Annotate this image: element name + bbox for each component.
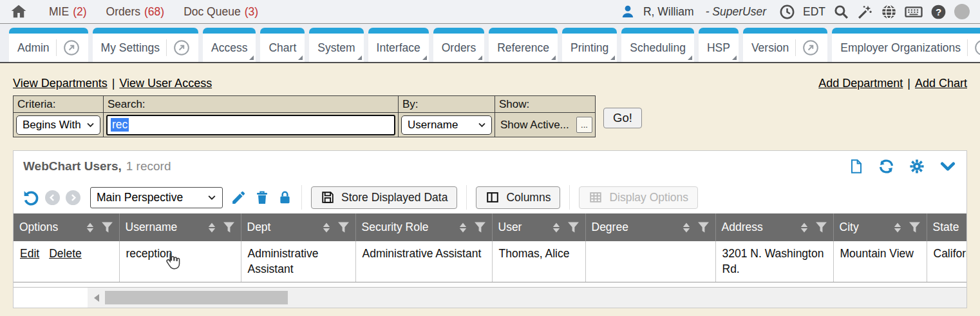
tab-system[interactable]: System xyxy=(309,28,363,62)
show-browse-button[interactable]: ... xyxy=(576,117,592,133)
webchart-users-panel: WebChart Users, 1 record xyxy=(13,150,967,308)
keyboard-icon[interactable] xyxy=(905,4,923,20)
wand-icon[interactable] xyxy=(857,4,873,20)
search-icon[interactable] xyxy=(833,4,849,20)
delete-link[interactable]: Delete xyxy=(49,247,82,260)
filter-icon[interactable] xyxy=(101,221,113,233)
filter-icon[interactable] xyxy=(223,221,235,233)
filter-icon[interactable] xyxy=(815,221,827,233)
topbar-link-count: (68) xyxy=(144,5,164,19)
refresh-icon[interactable] xyxy=(878,158,895,175)
column-header-user[interactable]: User xyxy=(492,213,585,241)
help-icon[interactable]: ? xyxy=(930,4,947,20)
store-displayed-data-button[interactable]: Store Displayed Data xyxy=(311,186,457,209)
sort-icon[interactable] xyxy=(458,222,467,233)
popout-icon[interactable] xyxy=(166,39,190,56)
tab-interface[interactable]: Interface xyxy=(368,28,429,62)
status-dot-icon[interactable] xyxy=(954,4,970,19)
tab-my-settings[interactable]: My Settings xyxy=(93,28,198,62)
tab-access[interactable]: Access xyxy=(203,28,256,62)
new-document-icon[interactable] xyxy=(849,158,864,175)
view-departments-link[interactable]: View Departments xyxy=(13,77,108,90)
columns-button[interactable]: Columns xyxy=(476,186,560,209)
criteria-select[interactable]: Begins With xyxy=(16,115,100,135)
column-header-options[interactable]: Options xyxy=(14,213,119,241)
filter-icon[interactable] xyxy=(697,221,710,233)
tab-chart[interactable]: Chart xyxy=(260,28,305,62)
sort-icon[interactable] xyxy=(893,222,902,233)
column-header-degree[interactable]: Degree xyxy=(585,213,715,241)
tab-scheduling[interactable]: Scheduling xyxy=(621,28,694,62)
display-options-button[interactable]: Display Options xyxy=(579,186,698,209)
tab-label: Employer Organizations xyxy=(840,41,961,55)
by-select[interactable]: Username xyxy=(401,115,492,135)
tab-label: Admin xyxy=(17,41,50,55)
prev-page-icon[interactable] xyxy=(45,190,60,205)
chevron-down-icon xyxy=(478,121,486,129)
search-input[interactable]: rec xyxy=(106,115,395,135)
globe-icon[interactable] xyxy=(881,4,897,20)
view-user-access-link[interactable]: View User Access xyxy=(119,77,212,90)
user-name[interactable]: R, William xyxy=(643,5,694,19)
svg-text:?: ? xyxy=(936,6,941,17)
column-header-city[interactable]: City xyxy=(833,213,927,241)
tab-admin[interactable]: Admin xyxy=(9,28,88,62)
tab-label: Version xyxy=(751,41,789,55)
add-department-link[interactable]: Add Department xyxy=(818,77,903,90)
column-header-username[interactable]: Username xyxy=(119,213,241,241)
sort-icon[interactable] xyxy=(86,222,95,233)
collapse-chevron-icon[interactable] xyxy=(939,158,957,175)
home-icon[interactable] xyxy=(10,3,27,20)
go-button[interactable]: Go! xyxy=(603,108,642,128)
sort-icon[interactable] xyxy=(552,222,561,233)
tab-label: Orders xyxy=(442,41,476,55)
column-header-state[interactable]: State xyxy=(927,213,966,241)
topbar-link-mie[interactable]: MIE (2) xyxy=(49,5,87,19)
search-input-value: rec xyxy=(111,118,129,132)
undo-icon[interactable] xyxy=(22,189,39,206)
perspective-select[interactable]: Main Perspective xyxy=(90,187,223,208)
popout-icon[interactable] xyxy=(56,39,80,56)
tab-orders[interactable]: Orders xyxy=(433,28,484,62)
criteria-select-value: Begins With xyxy=(23,119,81,132)
sort-icon[interactable] xyxy=(682,222,691,233)
scrollbar-thumb[interactable] xyxy=(105,291,288,304)
gear-icon[interactable] xyxy=(909,158,925,175)
edit-link[interactable]: Edit xyxy=(20,247,39,260)
table-footer-strip xyxy=(14,282,966,288)
horizontal-scrollbar[interactable] xyxy=(14,288,966,308)
by-header: By: xyxy=(399,96,495,113)
clock-icon[interactable] xyxy=(779,4,795,20)
lock-perspective-icon[interactable] xyxy=(278,190,292,206)
tab-hsp[interactable]: HSP xyxy=(699,28,739,62)
filter-icon[interactable] xyxy=(474,221,486,233)
column-header-dept[interactable]: Dept xyxy=(241,213,355,241)
tab-reference[interactable]: Reference xyxy=(489,28,558,62)
popout-icon[interactable] xyxy=(795,39,819,56)
tab-version[interactable]: Version xyxy=(743,28,827,62)
scroll-left-arrow-icon[interactable] xyxy=(94,294,99,302)
filter-icon[interactable] xyxy=(909,221,921,233)
edit-perspective-icon[interactable] xyxy=(231,190,247,206)
tab-printing[interactable]: Printing xyxy=(562,28,617,62)
show-filter-value[interactable]: Show Active... xyxy=(498,119,569,132)
sort-icon[interactable] xyxy=(207,222,216,233)
add-chart-link[interactable]: Add Chart xyxy=(915,77,967,90)
tab-employer-organizations[interactable]: Employer Organizations xyxy=(832,28,980,62)
filter-icon[interactable] xyxy=(337,221,350,233)
user-icon[interactable] xyxy=(620,4,636,19)
cell-degree xyxy=(585,241,715,282)
topbar-link-doc-queue[interactable]: Doc Queue (3) xyxy=(184,5,258,19)
pointer-cursor-icon xyxy=(162,251,182,270)
columns-icon xyxy=(485,190,500,204)
user-search-form: Criteria: Search: By: Show: Begins With … xyxy=(13,95,967,137)
topbar-link-orders[interactable]: Orders (68) xyxy=(106,5,165,19)
delete-perspective-icon[interactable] xyxy=(254,190,270,206)
filter-icon[interactable] xyxy=(567,221,580,233)
column-header-address[interactable]: Address xyxy=(715,213,833,241)
next-page-icon[interactable] xyxy=(66,190,80,205)
popout-icon[interactable] xyxy=(967,39,980,56)
sort-icon[interactable] xyxy=(322,222,331,233)
sort-icon[interactable] xyxy=(800,222,809,233)
column-header-security-role[interactable]: Security Role xyxy=(355,213,492,241)
